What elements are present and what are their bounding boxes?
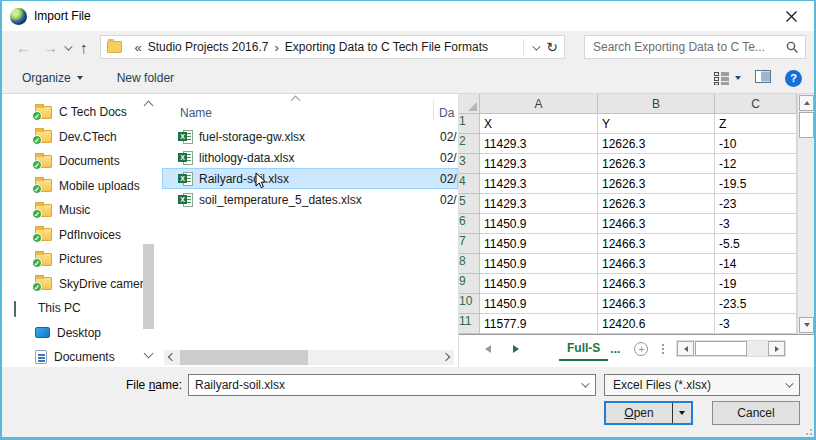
preview-pane: ABC1XYZ211429.312626.3-10311429.312626.3… [458, 94, 814, 367]
breadcrumb-item-parent[interactable]: Studio Projects 2016.7 [148, 40, 269, 54]
scroll-left-button[interactable] [677, 341, 694, 356]
sidebar-item-documents[interactable]: Documents [2, 345, 144, 367]
search-input[interactable] [593, 40, 786, 54]
row-header: 8 [459, 254, 480, 274]
sheet-cell: 12466.3 [598, 254, 715, 274]
breadcrumb-item-current[interactable]: Exporting Data to C Tech File Formats [285, 40, 488, 54]
sheet-cell: -10 [715, 134, 797, 154]
column-divider[interactable] [433, 100, 434, 120]
search-box[interactable] [584, 35, 806, 59]
sidebar-item-music[interactable]: ✓Music [2, 198, 144, 223]
dropdown-arrow-icon [735, 76, 741, 80]
sidebar-item-label: Documents [59, 154, 120, 168]
sheet-cell: -3 [715, 214, 797, 234]
desktop-icon [35, 327, 50, 338]
sidebar-item-c-tech-docs[interactable]: ✓C Tech Docs [2, 100, 144, 125]
row-header: 10 [459, 294, 480, 314]
file-row[interactable]: Xsoil_temperature_5_dates.xlsx02/ [162, 189, 458, 210]
file-name: Railyard-soil.xlsx [199, 172, 289, 186]
scroll-down-button[interactable] [799, 317, 814, 333]
import-file-dialog: Import File ← → ↑ « Studio Projects 2016… [0, 0, 816, 440]
file-row[interactable]: XRailyard-soil.xlsx02/ [162, 168, 458, 189]
sheet-cell: 12420.6 [598, 314, 715, 334]
sidebar-item-documents[interactable]: ✓Documents [2, 149, 144, 174]
change-view-button[interactable] [714, 72, 741, 85]
scroll-up-icon [804, 101, 810, 105]
scrollbar-thumb[interactable] [695, 341, 747, 356]
up-button[interactable]: ↑ [74, 40, 94, 55]
row-header: 6 [459, 214, 480, 234]
file-row[interactable]: Xlithology-data.xlsx02/ [162, 147, 458, 168]
file-type-select[interactable]: Excel Files (*.xlsx) [604, 374, 800, 396]
sheet-cell: 11450.9 [480, 214, 598, 234]
file-name: fuel-storage-gw.xlsx [199, 130, 305, 144]
folder-sync-icon: ✓ [35, 228, 52, 241]
refresh-button[interactable]: ↻ [546, 39, 560, 55]
scrollbar-thumb[interactable] [180, 350, 308, 365]
sheet-cell: 11450.9 [480, 274, 598, 294]
folder-sync-icon: ✓ [35, 106, 52, 119]
file-type-value: Excel Files (*.xlsx) [613, 378, 711, 392]
address-dropdown-button[interactable] [532, 40, 538, 54]
breadcrumb-overflow[interactable]: « [129, 40, 148, 55]
sheet-cell: -5.5 [715, 234, 797, 254]
sheet-cell: 11429.3 [480, 134, 598, 154]
new-folder-button[interactable]: New folder [117, 71, 174, 85]
close-button[interactable] [769, 1, 814, 31]
next-sheet-icon[interactable] [513, 345, 519, 353]
sheet-cell: 11450.9 [480, 254, 598, 274]
select-all-corner [459, 94, 480, 114]
sheet-cell: 11577.9 [480, 314, 598, 334]
file-name-value[interactable]: Railyard-soil.xlsx [195, 378, 285, 392]
column-header-name[interactable]: Name [180, 106, 212, 120]
recent-locations-button[interactable] [64, 40, 74, 54]
sidebar-item-desktop[interactable]: Desktop [2, 321, 144, 346]
open-button[interactable]: Open [606, 403, 672, 423]
sidebar-scrollbar[interactable] [142, 94, 156, 367]
folder-sync-icon: ✓ [35, 253, 52, 266]
file-list-header: Name Da [162, 96, 458, 122]
forward-button[interactable]: → [37, 40, 64, 55]
file-row[interactable]: Xfuel-storage-gw.xlsx02/ [162, 126, 458, 147]
more-options-icon[interactable] [662, 344, 664, 354]
scrollbar-thumb[interactable] [799, 112, 814, 138]
organize-button[interactable]: Organize [22, 71, 83, 85]
sidebar-item-pictures[interactable]: ✓Pictures [2, 247, 144, 272]
sidebar-item-dev-ctech[interactable]: ✓Dev.CTech [2, 125, 144, 150]
resize-grip[interactable] [802, 425, 812, 435]
scroll-right-button[interactable] [768, 341, 785, 356]
sheet-cell: -12 [715, 154, 797, 174]
sidebar-item-mobile-uploads[interactable]: ✓Mobile uploads [2, 174, 144, 199]
sidebar-item-label: Mobile uploads [59, 179, 140, 193]
row-header: 11 [459, 314, 480, 334]
file-list-hscrollbar[interactable] [164, 350, 454, 365]
sheet-cell: 12626.3 [598, 134, 715, 154]
cancel-button[interactable]: Cancel [712, 401, 800, 425]
scrollbar-thumb[interactable] [143, 244, 154, 329]
preview-pane-button[interactable] [755, 70, 771, 86]
sidebar-item-this-pc[interactable]: This PC [2, 296, 144, 321]
sheet-cell: 12626.3 [598, 174, 715, 194]
breadcrumb[interactable]: « Studio Projects 2016.7 › Exporting Dat… [100, 35, 566, 59]
sheet-cell: X [480, 114, 598, 134]
file-date: 02/ [440, 172, 457, 186]
column-header-B: B [598, 94, 715, 114]
sheet-tab-ellipsis: ... [610, 342, 620, 356]
row-header: 9 [459, 274, 480, 294]
dropdown-arrow-icon [77, 76, 83, 80]
back-button[interactable]: ← [10, 40, 37, 55]
new-sheet-button[interactable]: + [634, 342, 648, 356]
sidebar-item-pdfinvoices[interactable]: ✓PdfInvoices [2, 223, 144, 248]
folder-sync-icon: ✓ [35, 277, 52, 290]
sheet-hscrollbar[interactable] [676, 340, 786, 357]
file-name-combobox[interactable]: Railyard-soil.xlsx [188, 374, 596, 396]
open-dropdown-button[interactable] [672, 403, 691, 423]
open-split-button[interactable]: Open [604, 401, 693, 425]
sheet-tab[interactable]: Full-S [559, 336, 608, 361]
sidebar-item-skydrive-camera[interactable]: ✓SkyDrive camera [2, 272, 144, 297]
previous-sheet-icon[interactable] [485, 345, 491, 353]
help-button[interactable]: ? [785, 70, 802, 87]
column-header-date[interactable]: Da [439, 106, 454, 120]
preview-vscrollbar[interactable] [797, 94, 814, 334]
scroll-up-button[interactable] [799, 95, 814, 111]
